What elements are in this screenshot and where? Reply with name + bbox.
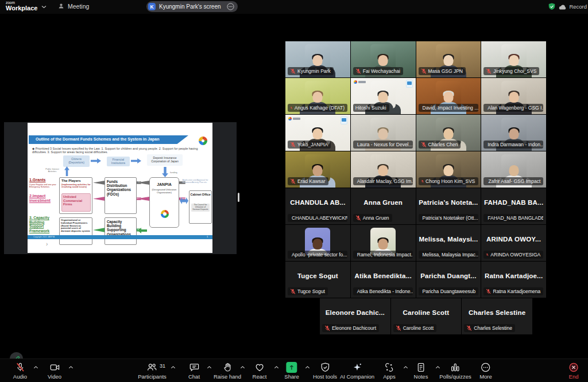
participant-tile[interactable]: Kyungmin Park: [285, 41, 350, 77]
encryption-shield-icon[interactable]: [548, 2, 556, 11]
notes-button[interactable]: Notes: [414, 361, 428, 380]
participant-tile[interactable]: Atika Benedikta... Atika Benedikta - Ind…: [351, 262, 416, 298]
muted-mic-icon: [355, 68, 361, 74]
shared-screen-frame: Outline of the Dormant Funds Schemes and…: [4, 122, 237, 254]
participants-button[interactable]: Participants 31: [138, 361, 167, 380]
participant-tile[interactable]: Zafrir Asaf- GSG Impact: [481, 151, 546, 188]
flow-arrow-down: [162, 167, 168, 177]
meeting-tab-label: Meeting: [68, 3, 89, 10]
participant-tile[interactable]: Ratna Kartadjoe... Ratna Kartadjoemena: [481, 262, 546, 298]
participant-name-label: ARINDA OWOYESIGA: [483, 251, 543, 259]
raise-hand-button[interactable]: Raise hand: [214, 361, 241, 380]
participant-name-text: Alasdair Maclay, GSG Im...: [357, 178, 413, 184]
participant-tile[interactable]: Melissa, Malaysi... Melissa, Malaysia Im…: [416, 225, 481, 261]
participant-tile[interactable]: Chong Hoon Kim_SVS: [416, 151, 481, 188]
chat-button[interactable]: Chat: [188, 361, 200, 380]
participant-tile[interactable]: Fai Wechayachai: [351, 41, 416, 77]
participant-tile[interactable]: FAHAD_NAB BA... FAHAD_NAB BANGLADE...: [481, 188, 546, 224]
video-grid: Kyungmin Park Fai Wechayachai: [285, 41, 546, 298]
camera-icon: [49, 361, 60, 373]
participant-name-text: Zafrir Asaf- GSG Impact: [489, 178, 541, 184]
org-background-logo: [341, 116, 347, 124]
participant-name-label: Caroline Scott: [393, 324, 436, 332]
participant-name-label: Fai Wechayachai: [353, 67, 403, 75]
muted-mic-icon: [290, 289, 296, 294]
participant-tile[interactable]: David, Impact Investing ...: [416, 78, 481, 114]
slide-footer-bar: [28, 235, 212, 239]
participant-tile[interactable]: Indra Darmawan - Indon...: [481, 115, 546, 151]
share-options-chevron[interactable]: [305, 365, 310, 369]
meeting-icon: [57, 2, 65, 10]
participant-name-label: Hitoshi Suzuki: [353, 104, 389, 112]
video-button[interactable]: Video: [48, 361, 61, 380]
grants-subtext: 3 year Regular and one year Emergency Sc…: [29, 184, 58, 189]
participant-tile[interactable]: Charles Selestine Charles Selestine: [462, 298, 532, 334]
participant-display-name: ARINDA OWOY...: [483, 236, 544, 243]
participant-name-label: Chong Hoon Kim_SVS: [419, 177, 478, 185]
audio-options-chevron[interactable]: [33, 365, 38, 369]
sharer-initial-badge: K: [148, 3, 156, 10]
ai-companion-button[interactable]: AI Companion: [340, 361, 374, 380]
participant-tile[interactable]: Laura - Nexus for Devel...: [351, 115, 416, 151]
zoom-workplace-logo: zoom Workplace: [6, 1, 37, 11]
apps-options-chevron[interactable]: [403, 365, 408, 369]
participant-name-text: Charles Selestine: [474, 325, 512, 331]
participant-tile[interactable]: Alan Wagenberg - GSG I...: [481, 78, 546, 114]
muted-mic-icon: [486, 289, 491, 294]
host-tools-button[interactable]: Host tools: [313, 361, 337, 380]
participant-tile[interactable]: Tugce Sogut Tugce Sogut: [285, 262, 350, 298]
grants-heading: 1.Grants: [29, 178, 45, 182]
participant-tile[interactable]: Eleonore Dachic... Eleonore Dachicourt: [320, 298, 390, 334]
audio-button[interactable]: Audio: [13, 361, 27, 380]
participant-tile[interactable]: Alasdair Maclay, GSG Im...: [351, 151, 416, 188]
participant-tile[interactable]: Hitoshi Suzuki: [351, 78, 416, 114]
apps-button[interactable]: Apps: [383, 361, 396, 380]
participant-tile[interactable]: CHANDULA AB... CHANDULA ABEYWICKR...: [285, 188, 350, 224]
practitioners-box: Organizational or Individual Practitione…: [59, 217, 92, 245]
participant-tile[interactable]: Charles Chen: [416, 115, 481, 151]
react-options-chevron[interactable]: [274, 365, 279, 369]
participant-tile[interactable]: Apollo -private sector fo...: [285, 225, 350, 261]
chat-icon: [188, 361, 199, 373]
participant-name-label: Patricia's Notetaker (Ott...: [419, 214, 478, 222]
muted-mic-icon: [466, 325, 472, 331]
funding-label: funding: [170, 171, 177, 174]
participants-count-badge: 31: [160, 363, 165, 369]
participant-tile[interactable]: Paricha Duangt... Paricha Duangtaweesub: [416, 262, 481, 298]
muted-mic-icon: [486, 252, 489, 258]
participant-tile[interactable]: Yoko_JANPIA: [285, 115, 350, 151]
participant-tile[interactable]: ARINDA OWOY... ARINDA OWOYESIGA: [481, 225, 546, 261]
react-button[interactable]: React: [253, 361, 267, 380]
polls-button[interactable]: Polls/quizzes: [439, 361, 471, 380]
participant-tile[interactable]: Patricia's Noteta... Patricia's Notetake…: [416, 188, 481, 224]
raise-hand-options-chevron[interactable]: [240, 365, 245, 369]
more-button[interactable]: More: [479, 361, 492, 380]
support-arrow: [138, 228, 147, 233]
participant-tile[interactable]: Anna Gruen Anna Gruen: [351, 188, 416, 224]
participant-display-name: CHANDULA AB...: [288, 199, 348, 206]
share-button[interactable]: Share: [284, 361, 299, 380]
zoom-meeting-window: zoom Workplace Meeting K Kyungmin Park's…: [0, 0, 588, 382]
tab-meeting[interactable]: Meeting: [57, 2, 89, 10]
screen-share-pill[interactable]: K Kyungmin Park's screen: [146, 1, 238, 12]
participant-name-text: David, Impact Investing ...: [423, 105, 478, 111]
participant-tile[interactable]: Caroline Scott Caroline Scott: [391, 298, 462, 334]
panel-resize-handle[interactable]: [238, 193, 239, 202]
participant-tile[interactable]: Ramel, Indonesia Impact...: [351, 225, 416, 261]
participants-options-chevron[interactable]: [171, 365, 176, 369]
next-slide-chevron-icon: ›: [46, 241, 48, 248]
participant-tile[interactable]: Angus Kathage (DFAT): [285, 78, 350, 114]
muted-mic-icon: [421, 142, 427, 147]
workspace-chevron-down-icon[interactable]: [41, 5, 47, 9]
share-options-icon[interactable]: [227, 3, 234, 10]
participant-tile[interactable]: Jinkyung Choi_SVS: [481, 41, 546, 77]
muted-mic-icon: [396, 325, 401, 331]
participant-tile[interactable]: Erad Kawsar: [285, 151, 350, 188]
participant-tile[interactable]: Masa GSG JPN: [416, 41, 481, 77]
video-options-chevron[interactable]: [68, 365, 74, 369]
chat-options-chevron[interactable]: [207, 365, 212, 369]
end-meeting-button[interactable]: End: [568, 361, 579, 380]
participant-name-text: Melissa, Malaysia Impac...: [423, 252, 478, 258]
participant-name-label: Charles Chen: [419, 141, 461, 149]
participant-display-name: Eleonore Dachic...: [322, 309, 388, 316]
